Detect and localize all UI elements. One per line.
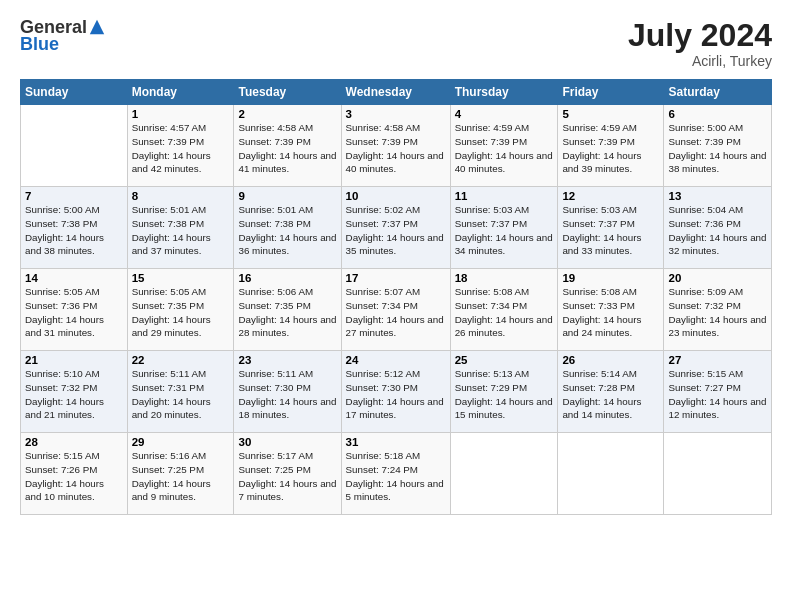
day-number: 25 [455, 354, 554, 366]
main-title: July 2024 [628, 18, 772, 53]
calendar-cell: 22Sunrise: 5:11 AMSunset: 7:31 PMDayligh… [127, 351, 234, 433]
col-saturday: Saturday [664, 80, 772, 105]
day-info: Sunrise: 5:05 AMSunset: 7:36 PMDaylight:… [25, 286, 104, 338]
calendar-cell: 17Sunrise: 5:07 AMSunset: 7:34 PMDayligh… [341, 269, 450, 351]
day-info: Sunrise: 5:18 AMSunset: 7:24 PMDaylight:… [346, 450, 444, 502]
day-info: Sunrise: 5:03 AMSunset: 7:37 PMDaylight:… [455, 204, 553, 256]
calendar-cell: 13Sunrise: 5:04 AMSunset: 7:36 PMDayligh… [664, 187, 772, 269]
day-info: Sunrise: 5:06 AMSunset: 7:35 PMDaylight:… [238, 286, 336, 338]
day-number: 10 [346, 190, 446, 202]
calendar-cell [558, 433, 664, 515]
day-number: 26 [562, 354, 659, 366]
day-number: 13 [668, 190, 767, 202]
day-number: 30 [238, 436, 336, 448]
calendar-cell: 16Sunrise: 5:06 AMSunset: 7:35 PMDayligh… [234, 269, 341, 351]
day-number: 15 [132, 272, 230, 284]
calendar-cell: 18Sunrise: 5:08 AMSunset: 7:34 PMDayligh… [450, 269, 558, 351]
calendar-week-3: 21Sunrise: 5:10 AMSunset: 7:32 PMDayligh… [21, 351, 772, 433]
logo-blue: Blue [20, 34, 59, 54]
calendar-week-4: 28Sunrise: 5:15 AMSunset: 7:26 PMDayligh… [21, 433, 772, 515]
day-number: 27 [668, 354, 767, 366]
day-number: 17 [346, 272, 446, 284]
calendar-cell: 10Sunrise: 5:02 AMSunset: 7:37 PMDayligh… [341, 187, 450, 269]
calendar-cell: 23Sunrise: 5:11 AMSunset: 7:30 PMDayligh… [234, 351, 341, 433]
calendar-week-0: 1Sunrise: 4:57 AMSunset: 7:39 PMDaylight… [21, 105, 772, 187]
calendar-cell [21, 105, 128, 187]
calendar-cell: 31Sunrise: 5:18 AMSunset: 7:24 PMDayligh… [341, 433, 450, 515]
day-number: 14 [25, 272, 123, 284]
day-number: 19 [562, 272, 659, 284]
calendar-cell: 30Sunrise: 5:17 AMSunset: 7:25 PMDayligh… [234, 433, 341, 515]
day-info: Sunrise: 4:58 AMSunset: 7:39 PMDaylight:… [346, 122, 444, 174]
day-info: Sunrise: 5:12 AMSunset: 7:30 PMDaylight:… [346, 368, 444, 420]
calendar-week-2: 14Sunrise: 5:05 AMSunset: 7:36 PMDayligh… [21, 269, 772, 351]
day-info: Sunrise: 5:09 AMSunset: 7:32 PMDaylight:… [668, 286, 766, 338]
subtitle: Acirli, Turkey [628, 53, 772, 69]
svg-marker-0 [90, 20, 104, 34]
day-info: Sunrise: 5:08 AMSunset: 7:33 PMDaylight:… [562, 286, 641, 338]
day-info: Sunrise: 5:15 AMSunset: 7:26 PMDaylight:… [25, 450, 104, 502]
calendar-cell: 8Sunrise: 5:01 AMSunset: 7:38 PMDaylight… [127, 187, 234, 269]
calendar-table: Sunday Monday Tuesday Wednesday Thursday… [20, 79, 772, 515]
calendar-cell: 11Sunrise: 5:03 AMSunset: 7:37 PMDayligh… [450, 187, 558, 269]
day-number: 11 [455, 190, 554, 202]
day-number: 4 [455, 108, 554, 120]
col-friday: Friday [558, 80, 664, 105]
header-row-days: Sunday Monday Tuesday Wednesday Thursday… [21, 80, 772, 105]
day-info: Sunrise: 5:07 AMSunset: 7:34 PMDaylight:… [346, 286, 444, 338]
title-area: July 2024 Acirli, Turkey [628, 18, 772, 69]
day-number: 20 [668, 272, 767, 284]
day-info: Sunrise: 5:00 AMSunset: 7:38 PMDaylight:… [25, 204, 104, 256]
col-monday: Monday [127, 80, 234, 105]
day-number: 8 [132, 190, 230, 202]
day-info: Sunrise: 5:11 AMSunset: 7:31 PMDaylight:… [132, 368, 211, 420]
calendar-cell: 12Sunrise: 5:03 AMSunset: 7:37 PMDayligh… [558, 187, 664, 269]
day-number: 24 [346, 354, 446, 366]
calendar-cell: 3Sunrise: 4:58 AMSunset: 7:39 PMDaylight… [341, 105, 450, 187]
day-info: Sunrise: 4:59 AMSunset: 7:39 PMDaylight:… [562, 122, 641, 174]
day-info: Sunrise: 5:13 AMSunset: 7:29 PMDaylight:… [455, 368, 553, 420]
day-number: 28 [25, 436, 123, 448]
page: General Blue July 2024 Acirli, Turkey Su… [0, 0, 792, 612]
header-row: General Blue July 2024 Acirli, Turkey [20, 18, 772, 69]
day-info: Sunrise: 5:04 AMSunset: 7:36 PMDaylight:… [668, 204, 766, 256]
calendar-cell: 15Sunrise: 5:05 AMSunset: 7:35 PMDayligh… [127, 269, 234, 351]
calendar-cell: 14Sunrise: 5:05 AMSunset: 7:36 PMDayligh… [21, 269, 128, 351]
calendar-cell: 27Sunrise: 5:15 AMSunset: 7:27 PMDayligh… [664, 351, 772, 433]
day-info: Sunrise: 5:14 AMSunset: 7:28 PMDaylight:… [562, 368, 641, 420]
day-number: 3 [346, 108, 446, 120]
calendar-week-1: 7Sunrise: 5:00 AMSunset: 7:38 PMDaylight… [21, 187, 772, 269]
day-info: Sunrise: 5:02 AMSunset: 7:37 PMDaylight:… [346, 204, 444, 256]
day-info: Sunrise: 5:11 AMSunset: 7:30 PMDaylight:… [238, 368, 336, 420]
calendar-cell: 24Sunrise: 5:12 AMSunset: 7:30 PMDayligh… [341, 351, 450, 433]
calendar-cell: 26Sunrise: 5:14 AMSunset: 7:28 PMDayligh… [558, 351, 664, 433]
day-info: Sunrise: 4:59 AMSunset: 7:39 PMDaylight:… [455, 122, 553, 174]
day-number: 16 [238, 272, 336, 284]
calendar-cell: 4Sunrise: 4:59 AMSunset: 7:39 PMDaylight… [450, 105, 558, 187]
calendar-cell: 21Sunrise: 5:10 AMSunset: 7:32 PMDayligh… [21, 351, 128, 433]
day-info: Sunrise: 5:01 AMSunset: 7:38 PMDaylight:… [132, 204, 211, 256]
day-info: Sunrise: 5:08 AMSunset: 7:34 PMDaylight:… [455, 286, 553, 338]
calendar-cell: 25Sunrise: 5:13 AMSunset: 7:29 PMDayligh… [450, 351, 558, 433]
logo: General Blue [20, 18, 107, 55]
calendar-cell [450, 433, 558, 515]
day-number: 7 [25, 190, 123, 202]
col-sunday: Sunday [21, 80, 128, 105]
col-thursday: Thursday [450, 80, 558, 105]
day-info: Sunrise: 5:15 AMSunset: 7:27 PMDaylight:… [668, 368, 766, 420]
day-info: Sunrise: 4:58 AMSunset: 7:39 PMDaylight:… [238, 122, 336, 174]
calendar-cell: 29Sunrise: 5:16 AMSunset: 7:25 PMDayligh… [127, 433, 234, 515]
calendar-cell: 19Sunrise: 5:08 AMSunset: 7:33 PMDayligh… [558, 269, 664, 351]
day-number: 2 [238, 108, 336, 120]
calendar-cell: 9Sunrise: 5:01 AMSunset: 7:38 PMDaylight… [234, 187, 341, 269]
day-number: 31 [346, 436, 446, 448]
day-number: 29 [132, 436, 230, 448]
day-number: 1 [132, 108, 230, 120]
calendar-cell: 2Sunrise: 4:58 AMSunset: 7:39 PMDaylight… [234, 105, 341, 187]
day-number: 23 [238, 354, 336, 366]
calendar-cell: 5Sunrise: 4:59 AMSunset: 7:39 PMDaylight… [558, 105, 664, 187]
day-number: 5 [562, 108, 659, 120]
day-info: Sunrise: 5:10 AMSunset: 7:32 PMDaylight:… [25, 368, 104, 420]
calendar-cell [664, 433, 772, 515]
day-number: 22 [132, 354, 230, 366]
